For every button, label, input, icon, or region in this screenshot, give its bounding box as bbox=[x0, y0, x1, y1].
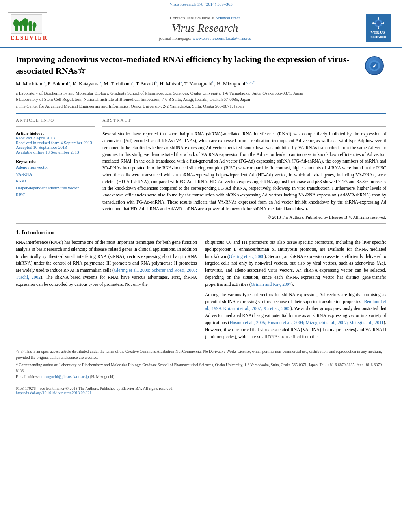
virus-icon-svg bbox=[368, 17, 388, 29]
svg-point-19 bbox=[383, 22, 384, 24]
svg-point-17 bbox=[378, 28, 379, 29]
elsevier-logo: ELSEVIER bbox=[8, 12, 47, 43]
svg-point-16 bbox=[378, 17, 379, 19]
elsevier-wordmark: ELSEVIER bbox=[11, 35, 45, 41]
accepted-date: Accepted 10 September 2013 bbox=[16, 145, 95, 150]
keyword-5: RISC bbox=[16, 191, 95, 198]
affil-a: a Laboratory of Biochemistry and Molecul… bbox=[16, 90, 386, 96]
svg-point-18 bbox=[372, 22, 374, 24]
svg-point-11 bbox=[376, 21, 381, 26]
intro-right-col: ubiquitous U6 and H1 promoters but also … bbox=[205, 239, 386, 340]
article-info-heading: ARTICLE INFO bbox=[16, 118, 95, 122]
crossmark-icon: ✓ bbox=[365, 56, 384, 75]
ref-glering[interactable]: Glering et al., 2008; Scherer and Rossi,… bbox=[16, 268, 197, 280]
issn-line: 0168-1702/$ – see front matter © 2013 Th… bbox=[16, 386, 386, 391]
received-revised-date: Received in revised form 4 September 201… bbox=[16, 140, 95, 145]
abstract-heading: ABSTRACT bbox=[102, 118, 386, 122]
section-divider bbox=[16, 223, 386, 224]
affil-b: b Laboratory of Stem Cell Regulation, Na… bbox=[16, 96, 386, 103]
abstract-divider bbox=[102, 126, 386, 127]
elsevier-logo-image bbox=[11, 14, 42, 34]
footnotes: ☆ ☆ This is an open-access article distr… bbox=[16, 345, 386, 380]
journal-reference-bar: Virus Research 178 (2014) 357–363 bbox=[0, 0, 402, 8]
virus-logo-subtitle: RESEARCH bbox=[368, 35, 389, 39]
virus-logo-title: VIRUS bbox=[368, 30, 389, 35]
keyword-1: Adenovirus vector bbox=[16, 164, 95, 171]
article-star: ☆ bbox=[78, 66, 86, 76]
section-num: 1. bbox=[16, 229, 20, 235]
intro-left-para: RNA interference (RNAi) has become one o… bbox=[16, 239, 197, 288]
svg-point-7 bbox=[28, 21, 32, 27]
intro-left-col: RNA interference (RNAi) has become one o… bbox=[16, 239, 197, 340]
section-title: 1. Introduction bbox=[16, 229, 386, 236]
section-name: Introduction bbox=[22, 229, 54, 235]
email-person: (H. Mizuguchi). bbox=[90, 374, 115, 379]
title-area: Improving adenovirus vector-mediated RNA… bbox=[16, 54, 386, 76]
intro-right-para2: Among the various types of vectors for s… bbox=[205, 291, 386, 341]
authors-line: M. Machitania, F. Sakuraia, K. Katayamaa… bbox=[16, 80, 386, 87]
email-footnote: E-mail address: mizuguchi@phs.osaka-u.ac… bbox=[16, 374, 386, 380]
history-label: Article history: bbox=[16, 131, 95, 135]
page: Virus Research 178 (2014) 357–363 bbox=[0, 0, 402, 532]
header-divider bbox=[16, 113, 386, 114]
svg-point-1 bbox=[13, 19, 19, 27]
homepage-label: journal homepage: bbox=[159, 36, 191, 41]
journal-name: Virus Research bbox=[47, 22, 363, 34]
svg-point-5 bbox=[22, 18, 28, 27]
intro-body: RNA interference (RNAi) has become one o… bbox=[16, 239, 386, 340]
available-date: Available online 18 September 2013 bbox=[16, 150, 95, 154]
contents-list-text: Contents lists available at ScienceDirec… bbox=[47, 15, 363, 20]
article-title: Improving adenovirus vector-mediated RNA… bbox=[16, 54, 386, 76]
email-label: E-mail address: bbox=[16, 374, 41, 379]
crossmark-svg: ✓ bbox=[368, 59, 381, 72]
sciencedirect-link[interactable]: ScienceDirect bbox=[216, 15, 240, 20]
article-title-text: Improving adenovirus vector-mediated RNA… bbox=[16, 54, 350, 76]
keywords-label: Keywords: bbox=[16, 159, 95, 164]
star-symbol: ☆ bbox=[16, 349, 19, 354]
doi-line: http://dx.doi.org/10.1016/j.virusres.201… bbox=[16, 391, 386, 395]
copyright-text: © 2013 The Authors. Published by Elsevie… bbox=[102, 215, 386, 219]
ref-benihoud[interactable]: Benihoud et al., 1999; Koizumi et al., 2… bbox=[205, 299, 386, 311]
info-abstract-section: ARTICLE INFO Article history: Received 2… bbox=[16, 118, 386, 219]
info-divider-top bbox=[16, 126, 95, 127]
keywords-list: Adenovirus vector VA-RNA RNAi Helper-dep… bbox=[16, 164, 95, 198]
email-link[interactable]: mizuguchi@phs.osaka-u.ac.jp bbox=[41, 374, 89, 379]
ref-hosono[interactable]: Hosono et al., 2005; Hosono et al., 2004… bbox=[229, 320, 383, 325]
keywords-section: Keywords: Adenovirus vector VA-RNA RNAi … bbox=[16, 159, 95, 198]
bottom-bar: 0168-1702/$ – see front matter © 2013 Th… bbox=[16, 384, 386, 397]
star-footnote-text: ☆ This is an open-access article distrib… bbox=[16, 349, 382, 360]
virus-logo-box: VIRUS RESEARCH bbox=[366, 14, 391, 42]
ref-grimm[interactable]: Grimm and Kay, 2007 bbox=[251, 282, 292, 287]
elsevier-tree-svg bbox=[13, 16, 40, 32]
journal-title-area: Contents lists available at ScienceDirec… bbox=[47, 15, 363, 41]
introduction-section: 1. Introduction RNA interference (RNAi) … bbox=[16, 229, 386, 340]
article-info-col: ARTICLE INFO Article history: Received 2… bbox=[16, 118, 95, 219]
journal-homepage: journal homepage: www.elsevier.com/locat… bbox=[47, 36, 363, 41]
doi-link[interactable]: http://dx.doi.org/10.1016/j.virusres.201… bbox=[16, 391, 91, 395]
virus-research-logo: VIRUS RESEARCH bbox=[363, 14, 394, 42]
journal-header: ELSEVIER Contents lists available at Sci… bbox=[0, 8, 402, 48]
abstract-text: Several studies have reported that short… bbox=[102, 131, 386, 212]
svg-text:✓: ✓ bbox=[372, 63, 377, 69]
svg-point-9 bbox=[33, 22, 37, 28]
received-date: Received 2 April 2013 bbox=[16, 135, 95, 140]
star-footnote: ☆ ☆ This is an open-access article distr… bbox=[16, 348, 386, 360]
elsevier-logo-box: ELSEVIER bbox=[8, 12, 47, 43]
ref-glering2[interactable]: Glering et al., 2008 bbox=[229, 254, 264, 259]
affil-c: c The Center for Advanced Medical Engine… bbox=[16, 103, 386, 109]
abstract-col: ABSTRACT Several studies have reported t… bbox=[102, 118, 386, 219]
keyword-2: VA-RNA bbox=[16, 171, 95, 178]
affiliations: a Laboratory of Biochemistry and Molecul… bbox=[16, 90, 386, 109]
article-container: Improving adenovirus vector-mediated RNA… bbox=[0, 48, 402, 405]
homepage-url[interactable]: www.elsevier.com/locate/virusres bbox=[192, 36, 251, 41]
keyword-4: Helper-dependent adenovirus vector bbox=[16, 185, 95, 192]
corresponding-footnote: * Corresponding author at: Laboratory of… bbox=[16, 362, 386, 374]
journal-reference: Virus Research 178 (2014) 357–363 bbox=[169, 2, 232, 6]
intro-right-para1: ubiquitous U6 and H1 promoters but also … bbox=[205, 239, 386, 288]
keyword-3: RNAi bbox=[16, 178, 95, 185]
crossmark-badge[interactable]: ✓ bbox=[363, 54, 386, 78]
